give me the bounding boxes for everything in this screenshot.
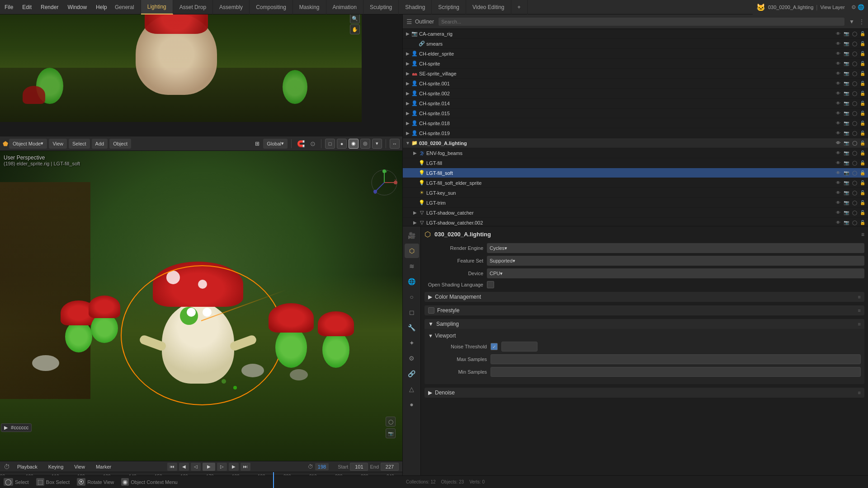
ol-row-lgt-fill-soft-elder[interactable]: 💡 LGT-fill_soft_elder_sprite 👁 📷 ◯ 🔓 <box>403 178 868 188</box>
ol-render-fillselder[interactable]: 📷 <box>843 180 850 185</box>
view-btn[interactable]: View <box>49 139 67 149</box>
tab-shading[interactable]: Shading <box>399 0 432 14</box>
ol-render-019[interactable]: 📷 <box>843 131 850 136</box>
ol-eye-smears[interactable]: 👁 <box>835 41 842 46</box>
start-frame-input[interactable] <box>350 463 368 471</box>
ol-render-018[interactable]: 📷 <box>843 121 850 126</box>
jump-end-btn[interactable]: ⏭ <box>241 463 250 471</box>
gizmo-btn[interactable]: ↔ <box>390 139 400 149</box>
freestyle-checkbox[interactable] <box>428 307 434 314</box>
ol-lock-trim[interactable]: 🔓 <box>859 200 866 205</box>
prop-tab-scene[interactable]: 🌐 <box>405 274 419 289</box>
ol-sel-018[interactable]: ◯ <box>851 121 858 126</box>
ol-eye-018[interactable]: 👁 <box>835 121 842 126</box>
solid-btn[interactable]: ● <box>337 139 347 149</box>
ol-render-keysun[interactable]: 📷 <box>843 190 850 195</box>
ol-render-002[interactable]: 📷 <box>843 91 850 96</box>
color-mgmt-header[interactable]: ▶ Color Management ≡ <box>425 292 864 302</box>
ol-sel-coll[interactable]: ◯ <box>851 141 858 145</box>
ol-lock-village[interactable]: 🔓 <box>859 71 866 76</box>
ol-eye-001[interactable]: 👁 <box>835 81 842 86</box>
denoise-options[interactable]: ≡ <box>858 390 861 395</box>
timeline-keying-btn[interactable]: Keying <box>45 463 67 470</box>
ol-lock-001[interactable]: 🔓 <box>859 81 866 86</box>
ol-row-ch-elder[interactable]: ▶ 👤 CH-elder_sprite 👁 📷 ◯ 🔓 <box>403 49 868 59</box>
play-btn[interactable]: ▶ <box>203 463 215 471</box>
prop-tab-output[interactable]: ⬡ <box>405 244 419 258</box>
mode-selector[interactable]: ⬟ Object Mode <box>3 139 47 149</box>
ol-lock-002[interactable]: 🔓 <box>859 91 866 96</box>
ol-sel-fillsoft[interactable]: ◯ <box>851 170 858 175</box>
tab-asset-drop[interactable]: Asset Drop <box>173 0 213 14</box>
ol-lock-sprite[interactable]: 🔓 <box>859 61 866 66</box>
prop-tab-particles[interactable]: ✦ <box>405 336 419 350</box>
min-samples-value[interactable]: 0 <box>491 367 861 377</box>
ol-eye-sc002[interactable]: 👁 <box>835 220 842 225</box>
ol-sel-1[interactable]: ◯ <box>851 31 858 36</box>
ol-lock-015[interactable]: 🔓 <box>859 111 866 116</box>
tab-assembly[interactable]: Assembly <box>213 0 250 14</box>
ol-lock-014[interactable]: 🔓 <box>859 101 866 106</box>
tab-animation[interactable]: Animation <box>326 0 363 14</box>
ol-sel-elder[interactable]: ◯ <box>851 51 858 56</box>
object-btn[interactable]: Object <box>109 139 131 149</box>
ol-eye-fog[interactable]: 👁 <box>835 150 842 155</box>
menu-file[interactable]: File <box>0 2 18 12</box>
ol-row-lgt-trim[interactable]: 💡 LGT-trim 👁 📷 ◯ 🔓 <box>403 198 868 208</box>
tab-masking[interactable]: Masking <box>293 0 326 14</box>
ol-eye-019[interactable]: 👁 <box>835 131 842 136</box>
ol-render-smears[interactable]: 📷 <box>843 41 850 46</box>
prop-tab-object[interactable]: ◻ <box>405 305 419 319</box>
ol-eye-trim[interactable]: 👁 <box>835 200 842 205</box>
ol-sel-trim[interactable]: ◯ <box>851 200 858 205</box>
ol-lock-keysun[interactable]: 🔓 <box>859 190 866 195</box>
ol-eye-elder[interactable]: 👁 <box>835 51 842 56</box>
ol-lock-smears[interactable]: 🔓 <box>859 41 866 46</box>
ol-lock-018[interactable]: 🔓 <box>859 121 866 126</box>
ol-row-smears[interactable]: 🔗 smears 👁 📷 ◯ 🔓 <box>403 39 868 49</box>
tab-add[interactable]: + <box>511 0 528 14</box>
ol-sel-village[interactable]: ◯ <box>851 71 858 76</box>
max-samples-value[interactable]: 32 <box>491 354 861 364</box>
select-btn[interactable]: Select <box>69 139 90 149</box>
ol-lock-elder[interactable]: 🔓 <box>859 51 866 56</box>
ol-render-elder[interactable]: 📷 <box>843 51 850 56</box>
ol-render-trim[interactable]: 📷 <box>843 200 850 205</box>
ol-row-lgt-key-sun[interactable]: ☀ LGT-key_sun 👁 📷 ◯ 🔓 <box>403 188 868 198</box>
prop-scene-options[interactable]: ≡ <box>861 231 864 238</box>
ol-eye-coll[interactable]: 👁 <box>835 141 842 145</box>
freestyle-header[interactable]: Freestyle ≡ <box>425 305 864 315</box>
ol-render-fog[interactable]: 📷 <box>843 150 850 155</box>
ol-lock-coll[interactable]: 🔓 <box>859 141 866 145</box>
outliner-options-icon[interactable]: ⋮ <box>859 19 864 25</box>
ol-render-1[interactable]: 📷 <box>843 31 850 36</box>
render-engine-value[interactable]: Cycles <box>487 243 864 253</box>
sampling-options[interactable]: ≡ <box>858 321 861 327</box>
ol-sel-fog[interactable]: ◯ <box>851 150 858 155</box>
ol-sel-014[interactable]: ◯ <box>851 101 858 106</box>
ol-render-fill[interactable]: 📷 <box>843 160 850 165</box>
ol-row-lgt-shadow-catcher[interactable]: ▶ ▽ LGT-shadow_catcher 👁 📷 ◯ 🔓 <box>403 208 868 218</box>
prop-tab-modifier[interactable]: 🔧 <box>405 320 419 335</box>
prop-tab-object-data[interactable]: △ <box>405 382 419 396</box>
ol-row-ch-sprite-018[interactable]: ▶ 👤 CH-sprite.018 👁 📷 ◯ 🔓 <box>403 118 868 128</box>
ol-render-fillsoft[interactable]: 📷 <box>843 170 850 175</box>
ol-sel-002[interactable]: ◯ <box>851 91 858 96</box>
freestyle-options[interactable]: ≡ <box>858 308 861 313</box>
ol-row-lgt-fill[interactable]: 💡 LGT-fill 👁 📷 ◯ 🔓 <box>403 158 868 168</box>
ol-row-env-fog[interactable]: ▶ 🌫 ENV-fog_beams 👁 📷 ◯ 🔓 <box>403 148 868 158</box>
trackball-expand[interactable]: ▶ <box>4 425 8 430</box>
ol-render-sprite[interactable]: 📷 <box>843 61 850 66</box>
menu-window[interactable]: Window <box>63 2 91 12</box>
ol-eye-1[interactable]: 👁 <box>835 31 842 36</box>
color-mgmt-options[interactable]: ≡ <box>858 294 861 300</box>
tab-compositing[interactable]: Compositing <box>250 0 293 14</box>
timeline-marker-btn[interactable]: Marker <box>92 463 115 470</box>
tab-sculpting[interactable]: Sculpting <box>363 0 399 14</box>
outliner-search-input[interactable] <box>439 18 844 26</box>
viewport-3d[interactable]: ⬟ Object Mode View Select Add Object ⊞ G… <box>0 136 402 461</box>
ol-lock-1[interactable]: 🔓 <box>859 31 866 36</box>
tab-video-editing[interactable]: Video Editing <box>466 0 511 14</box>
ol-row-ch-sprite-019[interactable]: ▶ 👤 CH-sprite.019 👁 📷 ◯ 🔓 <box>403 128 868 138</box>
current-frame-display[interactable]: 198 <box>315 463 329 470</box>
